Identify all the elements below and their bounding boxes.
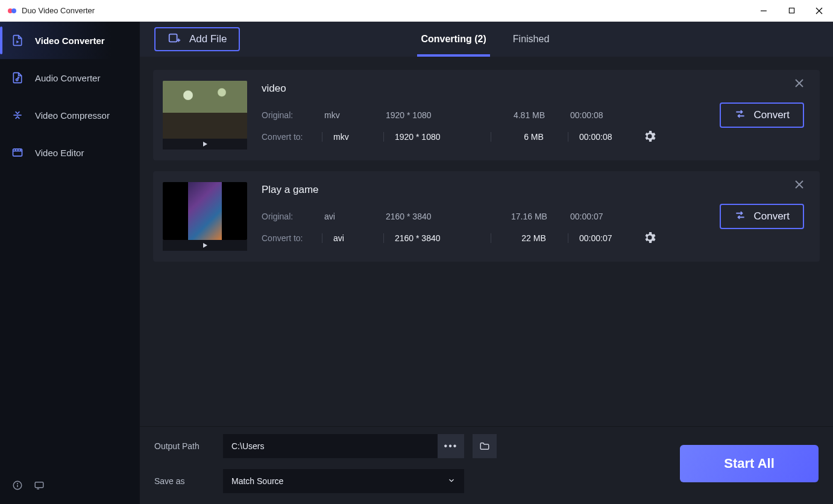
svg-point-1 <box>11 8 16 13</box>
original-size: 17.16 MB <box>491 212 568 221</box>
target-format[interactable]: avi <box>322 233 383 243</box>
start-all-button[interactable]: Start All <box>680 445 819 482</box>
swap-icon <box>734 108 746 123</box>
save-as-value: Match Source <box>231 476 283 486</box>
svg-marker-23 <box>203 243 207 248</box>
add-file-button[interactable]: Add File <box>154 27 240 51</box>
tab-converting[interactable]: Converting (2) <box>421 22 486 57</box>
browse-path-button[interactable]: ••• <box>438 434 464 458</box>
svg-rect-17 <box>169 34 177 42</box>
convert-to-row: Convert to: avi 2160 * 3840 22 MB 00:00:… <box>262 227 808 249</box>
settings-button[interactable] <box>643 230 657 247</box>
video-thumbnail[interactable] <box>163 182 247 240</box>
target-format[interactable]: mkv <box>322 132 383 142</box>
original-resolution: 1920 * 1080 <box>383 110 491 120</box>
target-size: 6 MB <box>491 132 568 142</box>
output-path-field[interactable]: C:\Users <box>223 434 438 458</box>
feedback-icon[interactable] <box>34 480 45 493</box>
original-label: Original: <box>262 110 322 120</box>
svg-marker-6 <box>16 40 19 43</box>
file-name: video <box>262 83 808 95</box>
window-close-button[interactable] <box>805 0 833 22</box>
video-thumbnail[interactable] <box>163 81 247 139</box>
convert-button-label: Convert <box>753 109 790 121</box>
sidebar-item-label: Audio Converter <box>35 73 100 83</box>
file-audio-icon <box>11 71 24 84</box>
window-titlebar: Duo Video Converter <box>0 0 833 22</box>
compress-icon <box>11 109 24 122</box>
sidebar: Video Converter Audio Converter Video Co… <box>0 22 140 504</box>
svg-point-15 <box>17 484 18 484</box>
sidebar-item-video-compressor[interactable]: Video Compressor <box>0 96 139 134</box>
convert-button[interactable]: Convert <box>720 204 804 229</box>
file-list: video Original: mkv 1920 * 1080 4.81 MB … <box>140 57 833 426</box>
app-logo-icon <box>7 6 17 16</box>
sidebar-item-label: Video Converter <box>35 36 105 46</box>
folder-icon <box>479 441 490 452</box>
file-name: Play a game <box>262 184 808 196</box>
tab-label: Converting (2) <box>421 34 486 45</box>
settings-button[interactable] <box>643 129 657 145</box>
save-as-select[interactable]: Match Source <box>223 469 464 493</box>
target-duration: 00:00:07 <box>568 233 640 243</box>
sidebar-item-video-converter[interactable]: Video Converter <box>0 22 139 59</box>
remove-file-button[interactable] <box>794 78 804 90</box>
sidebar-item-video-editor[interactable]: Video Editor <box>0 134 139 171</box>
swap-icon <box>734 209 746 224</box>
window-maximize-button[interactable] <box>778 0 805 22</box>
original-resolution: 2160 * 3840 <box>383 212 491 221</box>
svg-rect-16 <box>35 482 43 488</box>
ellipsis-icon: ••• <box>444 441 458 452</box>
convert-button-label: Convert <box>753 210 790 222</box>
tab-finished[interactable]: Finished <box>513 22 549 57</box>
original-label: Original: <box>262 212 322 221</box>
file-card: Play a game Original: avi 2160 * 3840 17… <box>153 171 820 262</box>
original-size: 4.81 MB <box>491 110 568 120</box>
preview-play-button[interactable] <box>163 240 247 251</box>
file-card: video Original: mkv 1920 * 1080 4.81 MB … <box>153 70 820 160</box>
chevron-down-icon <box>447 476 456 487</box>
info-icon[interactable] <box>12 480 23 493</box>
window-title: Duo Video Converter <box>22 6 95 15</box>
main-panel: Add File Converting (2) Finished <box>140 22 833 504</box>
original-duration: 00:00:07 <box>568 212 640 221</box>
sidebar-item-label: Video Editor <box>35 148 84 158</box>
sidebar-item-label: Video Compressor <box>35 110 110 121</box>
original-format: avi <box>322 212 383 221</box>
remove-file-button[interactable] <box>794 180 804 192</box>
sidebar-item-audio-converter[interactable]: Audio Converter <box>0 59 139 96</box>
save-as-label: Save as <box>154 476 215 486</box>
topbar: Add File Converting (2) Finished <box>140 22 833 57</box>
add-file-icon <box>168 31 181 48</box>
bottom-bar: Output Path C:\Users ••• Save as Match S… <box>140 426 833 504</box>
tab-label: Finished <box>513 34 549 45</box>
window-minimize-button[interactable] <box>750 0 778 22</box>
convert-to-row: Convert to: mkv 1920 * 1080 6 MB 00:00:0… <box>262 126 808 148</box>
convert-to-label: Convert to: <box>262 233 322 243</box>
target-resolution[interactable]: 2160 * 3840 <box>383 233 491 243</box>
target-resolution[interactable]: 1920 * 1080 <box>383 132 491 142</box>
open-folder-button[interactable] <box>473 434 497 458</box>
output-path-label: Output Path <box>154 441 215 451</box>
original-format: mkv <box>322 110 383 120</box>
film-icon <box>11 146 24 159</box>
convert-button[interactable]: Convert <box>720 102 804 128</box>
original-duration: 00:00:08 <box>568 110 640 120</box>
file-video-icon <box>11 34 24 47</box>
convert-to-label: Convert to: <box>262 132 322 142</box>
target-size: 22 MB <box>491 233 568 243</box>
target-duration: 00:00:08 <box>568 132 640 142</box>
start-all-label: Start All <box>724 456 775 471</box>
output-path-value: C:\Users <box>231 441 264 451</box>
preview-play-button[interactable] <box>163 139 247 150</box>
svg-rect-3 <box>789 8 794 13</box>
svg-marker-20 <box>203 142 207 146</box>
add-file-label: Add File <box>189 33 227 45</box>
